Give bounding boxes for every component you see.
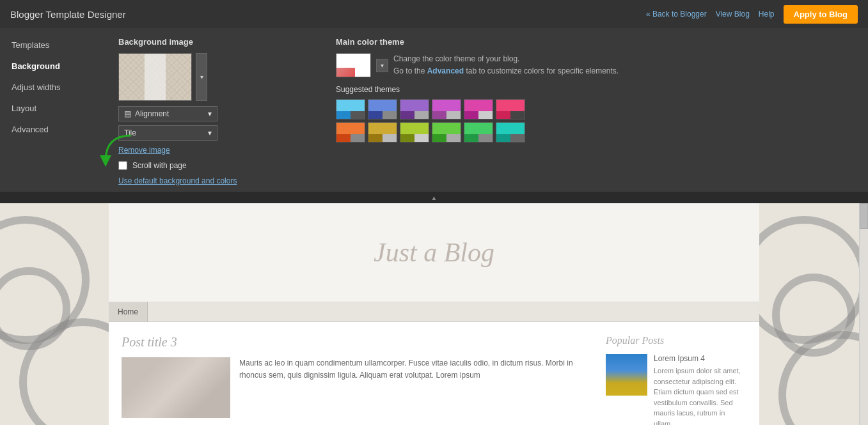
color-swatch-dropdown-button[interactable]: ▾ — [376, 59, 388, 72]
bg-image-section: Background image ▾ ▤ Alignment ▾ — [118, 37, 855, 170]
theme-swatch[interactable] — [336, 122, 365, 143]
help-link[interactable]: Help — [759, 10, 775, 19]
theme-swatch[interactable] — [464, 99, 493, 120]
sidebar-item-adjust-widths[interactable]: Adjust widths — [0, 77, 106, 98]
image-preview-wrapper: ▾ — [118, 53, 310, 101]
theme-swatch[interactable] — [336, 99, 365, 120]
suggested-themes-label: Suggested themes — [336, 85, 855, 94]
sidebar-item-templates[interactable]: Templates — [0, 35, 106, 56]
collapse-handle[interactable]: ▲ — [0, 192, 868, 203]
alignment-icon: ▤ — [124, 109, 131, 118]
theme-swatch[interactable] — [368, 122, 397, 143]
green-arrow-icon — [99, 132, 134, 167]
post-image — [122, 357, 230, 418]
color-swatch-box[interactable] — [336, 53, 371, 77]
blog-posts: Post title 3 Mauris ac leo in quam condi… — [122, 335, 593, 425]
blog-preview: Just a Blog Home Post title 3 Mauris ac … — [0, 203, 868, 425]
themes-grid — [336, 99, 855, 143]
right-decoration — [759, 203, 868, 425]
post-body: Mauris ac leo in quam condimentum ullamc… — [122, 357, 593, 382]
sidebar-post-item: Lorem Ipsum 4 Lorem ipsum dolor sit amet… — [606, 354, 746, 425]
theme-swatch[interactable] — [432, 122, 461, 143]
blog-nav-home[interactable]: Home — [109, 302, 148, 321]
theme-swatch[interactable] — [496, 122, 525, 143]
scrollbar-thumb[interactable] — [860, 203, 868, 229]
image-preview-dropdown-button[interactable]: ▾ — [196, 53, 207, 101]
theme-swatch[interactable] — [464, 122, 493, 143]
image-preview-inner — [119, 54, 191, 100]
blog-nav: Home — [109, 302, 759, 322]
color-swatch-inner — [336, 54, 370, 77]
blog-main: Post title 3 Mauris ac leo in quam condi… — [109, 322, 759, 425]
popular-posts-title: Popular Posts — [606, 335, 746, 346]
alignment-control: ▤ Alignment ▾ — [118, 106, 221, 121]
blog-area: Just a Blog Home Post title 3 Mauris ac … — [109, 203, 759, 425]
color-desc-line1: Change the color theme of your blog. — [393, 53, 619, 65]
themes-row — [336, 122, 855, 143]
top-nav: « Back to Blogger View Blog Help Apply t… — [646, 5, 858, 24]
color-desc-prefix: Go to the — [393, 66, 427, 75]
remove-image-link[interactable]: Remove image — [118, 146, 310, 155]
blog-header: Just a Blog — [109, 203, 759, 302]
sidebar-item-layout[interactable]: Layout — [0, 98, 106, 119]
sidebar-item-advanced[interactable]: Advanced — [0, 119, 106, 140]
color-desc-suffix: tab to customize colors for specific ele… — [464, 66, 619, 75]
background-image-title: Background image — [118, 37, 310, 47]
post-image-inner — [122, 357, 230, 418]
sidebar-item-background[interactable]: Background — [0, 56, 106, 77]
top-bar: Blogger Template Designer « Back to Blog… — [0, 0, 868, 28]
theme-swatch[interactable] — [368, 99, 397, 120]
use-default-link[interactable]: Use default background and colors — [118, 176, 855, 185]
color-theme-title: Main color theme — [336, 37, 855, 47]
view-blog-link[interactable]: View Blog — [716, 10, 750, 19]
sidebar-post-excerpt: Lorem ipsum dolor sit amet, consectetur … — [654, 366, 746, 425]
background-image-controls: Background image ▾ ▤ Alignment ▾ — [118, 37, 310, 170]
back-to-blogger-link[interactable]: « Back to Blogger — [646, 10, 707, 19]
image-preview — [118, 53, 192, 101]
circle-6 — [772, 274, 855, 357]
theme-swatch[interactable] — [400, 122, 429, 143]
sidebar-post-title: Lorem Ipsum 4 — [654, 354, 746, 363]
apply-to-blog-button[interactable]: Apply to Blog — [784, 5, 858, 24]
collapse-arrow-icon: ▲ — [431, 194, 438, 201]
scroll-with-page-label: Scroll with page — [132, 161, 187, 170]
advanced-link[interactable]: Advanced — [427, 66, 464, 75]
tile-dropdown-icon: ▾ — [208, 128, 212, 137]
sidebar: Templates Background Adjust widths Layou… — [0, 28, 106, 192]
sidebar-post-info: Lorem Ipsum 4 Lorem ipsum dolor sit amet… — [654, 354, 746, 425]
sidebar-post-image — [606, 354, 647, 396]
designer-main-content: Background image ▾ ▤ Alignment ▾ — [106, 28, 868, 192]
alignment-select[interactable]: ▤ Alignment ▾ — [118, 106, 217, 121]
theme-swatch[interactable] — [496, 99, 525, 120]
background-controls: ▤ Alignment ▾ Tile ▾ Remove image — [118, 106, 310, 170]
alignment-label: Alignment — [135, 109, 208, 118]
designer-panel: Templates Background Adjust widths Layou… — [0, 28, 868, 192]
alignment-dropdown-icon: ▾ — [208, 109, 212, 118]
scrollbar[interactable] — [859, 203, 868, 425]
theme-swatch[interactable] — [400, 99, 429, 120]
scroll-row: Scroll with page — [118, 161, 310, 170]
blog-sidebar: Popular Posts Lorem Ipsum 4 Lorem ipsum … — [606, 335, 746, 425]
color-description: Change the color theme of your blog. Go … — [393, 53, 619, 77]
app-title: Blogger Template Designer — [10, 9, 126, 20]
left-decoration — [0, 203, 109, 425]
blog-title: Just a Blog — [374, 237, 494, 268]
themes-row — [336, 99, 855, 120]
post-title: Post title 3 — [122, 335, 593, 350]
main-color-swatch: ▾ Change the color theme of your blog. G… — [336, 53, 855, 77]
tile-label: Tile — [124, 128, 208, 137]
color-desc-line2: Go to the Advanced tab to customize colo… — [393, 65, 619, 77]
sidebar-post-img-inner — [606, 354, 647, 396]
theme-swatch[interactable] — [432, 99, 461, 120]
color-theme-section: Main color theme ▾ Change the color them… — [336, 37, 855, 170]
